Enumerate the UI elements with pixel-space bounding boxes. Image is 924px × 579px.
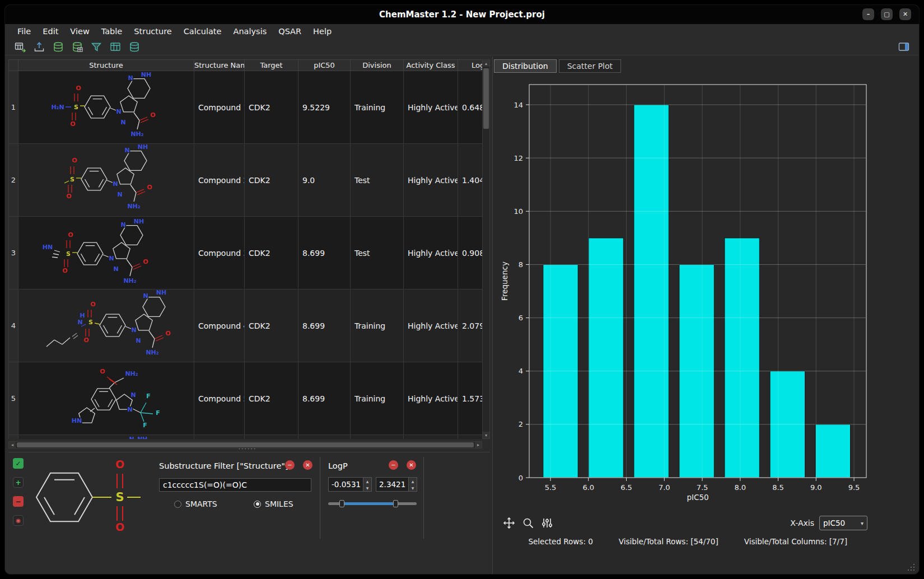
side-panel-icon[interactable] <box>897 40 911 54</box>
svg-text:7.5: 7.5 <box>697 483 708 492</box>
svg-text:N–NH: N–NH <box>129 436 147 439</box>
menu-view[interactable]: View <box>70 27 89 36</box>
status-selected-rows: Selected Rows: 0 <box>528 537 592 546</box>
table-row[interactable]: 2SOONHNNNONH₂Compound 2CDK29.0TestHighly… <box>9 144 483 217</box>
slider-handle-min[interactable] <box>339 500 344 507</box>
logp-close-button[interactable]: ✕ <box>407 460 416 470</box>
logp-collapse-button[interactable]: − <box>389 460 398 470</box>
row-number[interactable]: 5 <box>9 362 18 435</box>
scroll-down-arrow[interactable]: ▾ <box>483 432 489 438</box>
x-axis-select[interactable]: pIC50 ▾ <box>819 516 867 530</box>
pan-icon[interactable] <box>502 516 516 530</box>
import-table-icon[interactable] <box>13 40 27 54</box>
svg-text:NH₂: NH₂ <box>146 349 158 356</box>
logp-range-slider[interactable] <box>328 499 417 508</box>
column-header-division[interactable]: Division <box>351 60 404 71</box>
menu-analysis[interactable]: Analysis <box>233 27 267 36</box>
table-row[interactable]: 5ONH₂NNHNFFFCompound 5CDK28.699TrainingH… <box>9 362 483 435</box>
logp-min-spinbox[interactable]: -0.0531 ▲▼ <box>328 477 372 492</box>
remove-structure-button[interactable]: − <box>13 496 24 507</box>
distribution-chart: 5.56.06.57.07.58.08.59.09.502468101214pI… <box>493 76 920 512</box>
table-row[interactable]: 3HNSOONHNNNONH₂Compound 3CDK28.699TestHi… <box>9 217 483 290</box>
substructure-close-button[interactable]: ✕ <box>303 460 312 470</box>
tab-scatter-plot[interactable]: Scatter Plot <box>559 59 621 73</box>
tab-distribution[interactable]: Distribution <box>494 59 557 73</box>
status-bar: Selected Rows: 0 Visible/Total Rows: [54… <box>493 535 920 548</box>
splitter-handle[interactable] <box>229 448 266 451</box>
svg-text:O: O <box>70 120 75 128</box>
svg-text:O: O <box>165 330 170 337</box>
row-number[interactable]: 2 <box>9 144 18 217</box>
title-bar[interactable]: ChemMaster 1.2 - New Project.proj – ▢ ✕ <box>5 5 919 24</box>
cell-logp: 0.908 <box>458 217 483 290</box>
table-row-partial[interactable]: N–NH <box>9 435 483 440</box>
menu-table[interactable]: Table <box>101 27 123 36</box>
menu-edit[interactable]: Edit <box>43 27 58 36</box>
resize-grip[interactable] <box>907 563 916 572</box>
menu-help[interactable]: Help <box>313 27 332 36</box>
database-export-icon[interactable] <box>127 40 142 54</box>
accept-structure-button[interactable]: ✓ <box>13 458 24 469</box>
cell-empty <box>458 435 483 440</box>
row-number[interactable]: 1 <box>9 71 18 144</box>
row-number[interactable]: 3 <box>9 217 18 290</box>
structure-editor-canvas[interactable]: SOO <box>24 452 158 543</box>
maximize-button[interactable]: ▢ <box>881 8 893 20</box>
svg-text:O: O <box>150 111 155 119</box>
table-icon[interactable] <box>108 40 123 54</box>
cell-structure: HNSOONHNNNONH₂ <box>18 217 194 290</box>
scroll-up-arrow[interactable]: ▴ <box>483 60 489 67</box>
menu-calculate[interactable]: Calculate <box>184 27 222 36</box>
export-data-icon[interactable] <box>32 40 46 54</box>
svg-text:4: 4 <box>519 367 523 375</box>
filter-icon[interactable] <box>89 40 104 54</box>
cell-division: Training <box>351 71 404 144</box>
svg-text:N: N <box>124 147 129 154</box>
slider-handle-max[interactable] <box>393 500 398 507</box>
spinner-arrows[interactable]: ▲▼ <box>408 478 417 491</box>
column-header-target[interactable]: Target <box>245 60 298 71</box>
database-add-icon[interactable] <box>51 40 66 54</box>
column-header-logp[interactable]: LogP <box>458 60 483 71</box>
radio-smarts[interactable]: SMARTS <box>174 499 217 508</box>
menu-structure[interactable]: Structure <box>134 27 171 36</box>
menu-bar: FileEditViewTableStructureCalculateAnaly… <box>5 24 919 39</box>
substructure-collapse-button[interactable]: − <box>285 460 295 470</box>
radio-button-icon[interactable] <box>174 501 181 508</box>
column-header-structure[interactable]: Structure <box>18 60 194 71</box>
scroll-right-arrow[interactable]: ▸ <box>475 442 482 448</box>
spinner-arrows[interactable]: ▲▼ <box>363 478 371 491</box>
database-table-icon[interactable] <box>70 40 85 54</box>
radio-label: SMILES <box>265 499 293 508</box>
cell-division: Test <box>351 144 404 217</box>
table-row[interactable]: 4HNSOONHNNNONH₂Compound 4CDK28.699Traini… <box>9 290 483 362</box>
minimize-button[interactable]: – <box>862 8 874 20</box>
svg-text:NH₂: NH₂ <box>130 130 143 138</box>
scroll-left-arrow[interactable]: ◂ <box>9 442 16 448</box>
menu-file[interactable]: File <box>17 27 31 36</box>
cell-structure-name: Compound 2 <box>194 144 245 217</box>
clear-structure-button[interactable]: ◉ <box>13 515 24 526</box>
vertical-scrollbar[interactable]: ▴ ▾ <box>482 59 490 439</box>
panel-divider <box>423 457 424 539</box>
logp-max-spinbox[interactable]: 2.3421 ▲▼ <box>376 477 417 492</box>
svg-text:O: O <box>90 301 95 308</box>
zoom-icon[interactable] <box>521 516 535 530</box>
cell-pic50: 9.0 <box>298 144 351 217</box>
add-structure-button[interactable]: + <box>13 477 24 488</box>
svg-text:8.5: 8.5 <box>772 483 784 492</box>
column-header-pic50[interactable]: pIC50 <box>298 60 351 71</box>
radio-smiles[interactable]: SMILES <box>254 499 293 508</box>
vertical-scroll-thumb[interactable] <box>483 68 489 129</box>
table-row[interactable]: 1H₂NSOONHNNNONH₂Compound 1CDK29.5229Trai… <box>9 71 483 144</box>
column-header-activity-class[interactable]: Activity Class <box>404 60 458 71</box>
svg-text:O: O <box>66 193 71 200</box>
row-number[interactable]: 4 <box>9 290 18 362</box>
menu-qsar[interactable]: QSAR <box>278 27 301 36</box>
radio-button-icon[interactable] <box>254 501 261 508</box>
smiles-input[interactable] <box>159 478 311 492</box>
close-button[interactable]: ✕ <box>899 8 911 20</box>
svg-text:O: O <box>83 337 88 344</box>
plot-settings-icon[interactable] <box>540 516 554 530</box>
column-header-structure-name[interactable]: Structure Name <box>194 60 245 71</box>
